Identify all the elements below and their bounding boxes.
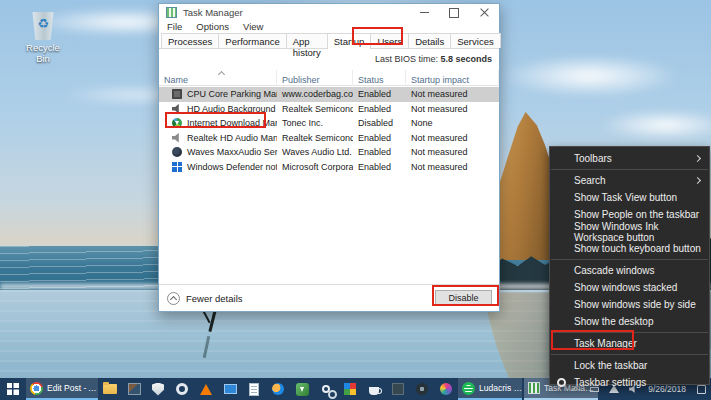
- row-status: Disabled: [353, 118, 406, 128]
- last-bios-time: Last BIOS time: 5.8 seconds: [375, 54, 492, 64]
- tab-details[interactable]: Details: [408, 33, 451, 48]
- annotation-disable-button: [432, 285, 499, 306]
- task-manager-window: Task Manager File Options View Processes…: [158, 3, 500, 312]
- menu-bar: File Options View: [159, 21, 499, 33]
- annotation-task-manager-item: [551, 330, 634, 350]
- chrome-icon: [30, 382, 43, 395]
- annotation-idm-row: [165, 112, 266, 128]
- row-impact: Not measured: [406, 133, 499, 143]
- taskbar-cup-app-button[interactable]: [362, 378, 386, 400]
- cpu-icon: [172, 89, 182, 99]
- row-name: Windows Defender notificati...: [187, 162, 277, 172]
- menu-file[interactable]: File: [167, 21, 182, 33]
- desktop: ♻ Recycle Bin Task Manager File Options …: [0, 0, 711, 400]
- tab-performance[interactable]: Performance: [218, 33, 286, 48]
- taskbar-globe-button[interactable]: [266, 378, 290, 400]
- table-row[interactable]: Waves MaxxAudio Service A... Waves Audio…: [159, 145, 499, 160]
- cloud: [500, 55, 680, 97]
- taskbar-security-button[interactable]: [146, 378, 170, 400]
- taskbar-document-button[interactable]: [242, 378, 266, 400]
- sort-ascending-icon: [218, 71, 225, 78]
- tab-processes[interactable]: Processes: [161, 33, 219, 48]
- menu-item-search[interactable]: Search: [550, 172, 709, 189]
- recycle-glyph: ♻: [31, 17, 55, 30]
- taskbar-film-button[interactable]: [122, 378, 146, 400]
- submenu-arrow-icon: [694, 177, 701, 184]
- taskbar-chrome-button[interactable]: Edit Post - All...: [26, 378, 98, 400]
- table-row[interactable]: Realtek HD Audio Manager Realtek Semicon…: [159, 131, 499, 146]
- start-button[interactable]: [0, 378, 26, 400]
- row-publisher: Realtek Semiconductor: [277, 104, 353, 114]
- close-button[interactable]: [469, 4, 499, 21]
- row-impact: Not measured: [406, 104, 499, 114]
- taskbar-disc-app-button[interactable]: [410, 378, 434, 400]
- table-row[interactable]: Windows Defender notificati... Microsoft…: [159, 160, 499, 175]
- menu-item-show-windows-side-by-side[interactable]: Show windows side by side: [550, 296, 709, 313]
- last-bios-value: 5.8 seconds: [440, 54, 492, 64]
- tab-strip: Processes Performance App history Startu…: [159, 33, 499, 49]
- taskbar-settings-button[interactable]: [170, 378, 194, 400]
- menu-item-toolbars[interactable]: Toolbars: [550, 150, 709, 167]
- row-impact: None: [406, 118, 499, 128]
- screen-icon: [224, 384, 237, 394]
- taskbar-vlc-button[interactable]: [194, 378, 218, 400]
- tab-services[interactable]: Services: [450, 33, 500, 48]
- menu-item-cascade-windows[interactable]: Cascade windows: [550, 262, 709, 279]
- menu-separator: [551, 354, 708, 355]
- taskbar-screen-button[interactable]: [218, 378, 242, 400]
- maximize-button[interactable]: [439, 4, 469, 21]
- menu-item-show-ink-workspace[interactable]: Show Windows Ink Workspace button: [550, 223, 709, 240]
- row-name: Realtek HD Audio Manager: [187, 133, 277, 143]
- taskbar-explorer-button[interactable]: [98, 378, 122, 400]
- taskbar-palette-app-button[interactable]: [434, 378, 458, 400]
- spotify-icon: [462, 382, 475, 395]
- download-arrow-icon: [296, 383, 309, 396]
- taskbar-grid-app-button[interactable]: [338, 378, 362, 400]
- menu-item-show-task-view[interactable]: Show Task View button: [550, 189, 709, 206]
- row-publisher: Waves Audio Ltd.: [277, 147, 353, 157]
- recycle-bin-icon: ♻: [31, 12, 55, 40]
- cup-icon: [369, 387, 379, 395]
- row-impact: Not measured: [406, 89, 499, 99]
- tab-app-history[interactable]: App history: [286, 33, 328, 48]
- chrome-window-label: Edit Post - All...: [47, 383, 98, 393]
- row-status: Enabled: [353, 147, 406, 157]
- speaker-icon: [172, 133, 182, 143]
- taskbar-idm-button[interactable]: [290, 378, 314, 400]
- column-publisher[interactable]: Publisher: [277, 70, 353, 86]
- document-icon: [249, 383, 259, 396]
- taskbar-spotify-button[interactable]: Ludacris - Gra...: [458, 378, 522, 400]
- gear-icon: [176, 383, 188, 395]
- menu-item-show-windows-stacked[interactable]: Show windows stacked: [550, 279, 709, 296]
- row-status: Enabled: [353, 104, 406, 114]
- startup-table: CPU Core Parking Manager www.coderbag.co…: [159, 87, 499, 174]
- taskbar-tools-button[interactable]: [314, 378, 338, 400]
- table-row[interactable]: CPU Core Parking Manager www.coderbag.co…: [159, 87, 499, 102]
- menu-options[interactable]: Options: [196, 21, 229, 33]
- row-impact: Not measured: [406, 162, 499, 172]
- submenu-arrow-icon: [694, 155, 701, 162]
- folder-icon: [103, 384, 117, 394]
- row-status: Enabled: [353, 162, 406, 172]
- chevron-up-circle-icon[interactable]: [167, 292, 180, 305]
- recycle-bin-shortcut[interactable]: ♻ Recycle Bin: [18, 12, 68, 64]
- column-status[interactable]: Status: [353, 70, 406, 86]
- minimize-button[interactable]: [409, 4, 439, 21]
- row-publisher: www.coderbag.com: [277, 89, 353, 99]
- column-startup-impact[interactable]: Startup impact: [406, 70, 499, 86]
- last-bios-label: Last BIOS time:: [375, 54, 438, 64]
- task-manager-icon: [528, 382, 540, 394]
- menu-item-show-touch-keyboard[interactable]: Show touch keyboard button: [550, 240, 709, 257]
- menu-view[interactable]: View: [243, 21, 263, 33]
- column-name[interactable]: Name: [159, 70, 277, 86]
- disc-icon: [416, 383, 428, 395]
- menu-item-show-the-desktop[interactable]: Show the desktop: [550, 313, 709, 330]
- menu-item-lock-the-taskbar[interactable]: Lock the taskbar: [550, 357, 709, 374]
- title-bar[interactable]: Task Manager: [159, 4, 499, 21]
- taskbar-dark-app-button[interactable]: [386, 378, 410, 400]
- menu-item-taskbar-settings[interactable]: Taskbar settings: [550, 374, 709, 391]
- fewer-details-toggle[interactable]: Fewer details: [186, 293, 243, 304]
- gears-icon: [322, 385, 330, 393]
- table-header: Name Publisher Status Startup impact: [159, 70, 499, 86]
- row-name: CPU Core Parking Manager: [187, 89, 277, 99]
